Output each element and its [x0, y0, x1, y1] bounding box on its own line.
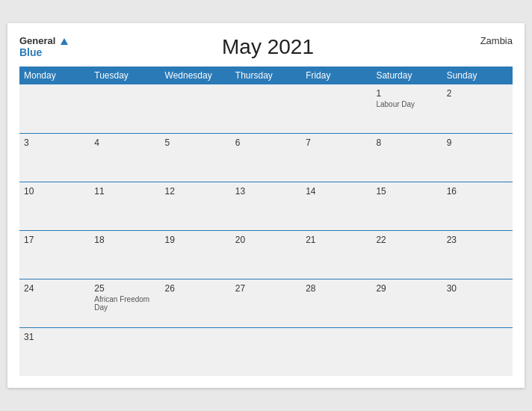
- calendar-cell: 29: [371, 279, 442, 327]
- calendar-cell: 12: [161, 182, 231, 230]
- day-number: 8: [376, 137, 437, 148]
- weekday-header-thursday: Thursday: [231, 67, 301, 84]
- week-row-1: 3456789: [19, 133, 513, 182]
- holiday-label: Labour Day: [376, 100, 437, 108]
- week-row-3: 17181920212223: [19, 230, 513, 279]
- calendar-cell: 18: [90, 230, 160, 279]
- calendar-cell: [231, 327, 301, 376]
- calendar-cell: [90, 327, 160, 376]
- day-number: 14: [306, 186, 367, 197]
- day-number: 22: [376, 235, 437, 245]
- weekday-header-row: MondayTuesdayWednesdayThursdayFridaySatu…: [19, 67, 513, 84]
- calendar-cell: [19, 84, 90, 133]
- calendar-title: May 2021: [68, 35, 468, 59]
- holiday-label: African Freedom Day: [94, 295, 155, 312]
- day-number: 11: [94, 186, 155, 197]
- day-number: 28: [306, 283, 367, 294]
- calendar-cell: 15: [371, 182, 442, 230]
- day-number: 5: [165, 137, 226, 148]
- calendar-cell: 24: [19, 279, 90, 327]
- day-number: 10: [24, 186, 85, 197]
- day-number: 17: [24, 235, 85, 245]
- calendar-cell: 10: [19, 182, 90, 230]
- calendar-cell: [90, 84, 160, 133]
- day-number: 27: [235, 283, 297, 294]
- calendar-cell: 28: [301, 279, 371, 327]
- calendar-cell: 14: [301, 182, 371, 230]
- day-number: 30: [447, 283, 508, 294]
- day-number: 31: [24, 332, 85, 342]
- calendar-cell: 6: [231, 133, 301, 182]
- calendar-cell: 26: [161, 279, 231, 327]
- day-number: 19: [165, 235, 226, 245]
- calendar-cell: 21: [301, 230, 371, 279]
- day-number: 23: [447, 235, 508, 245]
- calendar-cell: [371, 327, 442, 376]
- calendar-cell: 5: [161, 133, 231, 182]
- calendar-cell: 17: [19, 230, 90, 279]
- week-row-4: 2425African Freedom Day2627282930: [19, 279, 513, 327]
- day-number: 21: [306, 235, 367, 245]
- day-number: 25: [94, 283, 155, 294]
- calendar-cell: [442, 327, 513, 376]
- calendar-cell: 31: [19, 327, 90, 376]
- day-number: 3: [24, 137, 85, 148]
- calendar-cell: 4: [90, 133, 160, 182]
- calendar-cell: [231, 84, 301, 133]
- calendar-cell: 16: [442, 182, 513, 230]
- day-number: 4: [94, 137, 155, 148]
- weekday-header-sunday: Sunday: [442, 67, 513, 84]
- logo-general-text: General: [19, 35, 68, 47]
- day-number: 1: [376, 88, 437, 99]
- weekday-header-monday: Monday: [19, 67, 90, 84]
- day-number: 12: [165, 186, 226, 197]
- day-number: 6: [235, 137, 297, 148]
- day-number: 16: [447, 186, 508, 197]
- week-row-2: 10111213141516: [19, 182, 513, 230]
- calendar-thead: MondayTuesdayWednesdayThursdayFridaySatu…: [19, 67, 513, 84]
- calendar-cell: [161, 327, 231, 376]
- week-row-5: 31: [19, 327, 513, 376]
- day-number: 7: [306, 137, 367, 148]
- calendar-cell: 27: [231, 279, 301, 327]
- calendar-cell: 30: [442, 279, 513, 327]
- calendar-cell: 11: [90, 182, 160, 230]
- weekday-header-saturday: Saturday: [371, 67, 442, 84]
- calendar-cell: 9: [442, 133, 513, 182]
- logo-triangle-icon: [61, 38, 68, 45]
- calendar-cell: 7: [301, 133, 371, 182]
- calendar-country: Zambia: [468, 35, 513, 46]
- calendar-cell: 20: [231, 230, 301, 279]
- calendar-cell: [301, 327, 371, 376]
- day-number: 20: [235, 235, 297, 245]
- calendar-cell: 3: [19, 133, 90, 182]
- day-number: 13: [235, 186, 297, 197]
- logo-blue-text: Blue: [19, 46, 68, 59]
- day-number: 9: [447, 137, 508, 148]
- day-number: 18: [94, 235, 155, 245]
- calendar-tbody: 1Labour Day23456789101112131415161718192…: [19, 84, 513, 376]
- calendar-cell: 2: [442, 84, 513, 133]
- calendar-cell: [161, 84, 231, 133]
- day-number: 26: [165, 283, 226, 294]
- calendar: General Blue May 2021 Zambia MondayTuesd…: [7, 23, 525, 388]
- weekday-header-tuesday: Tuesday: [90, 67, 160, 84]
- week-row-0: 1Labour Day2: [19, 84, 513, 133]
- calendar-cell: [301, 84, 371, 133]
- calendar-cell: 19: [161, 230, 231, 279]
- day-number: 15: [376, 186, 437, 197]
- calendar-cell: 25African Freedom Day: [90, 279, 160, 327]
- day-number: 2: [447, 88, 508, 99]
- day-number: 29: [376, 283, 437, 294]
- calendar-cell: 13: [231, 182, 301, 230]
- weekday-header-wednesday: Wednesday: [161, 67, 231, 84]
- calendar-header: General Blue May 2021 Zambia: [19, 35, 513, 59]
- day-number: 24: [24, 283, 85, 294]
- calendar-cell: 8: [371, 133, 442, 182]
- weekday-header-friday: Friday: [301, 67, 371, 84]
- calendar-cell: 1Labour Day: [371, 84, 442, 133]
- logo: General Blue: [19, 35, 68, 59]
- calendar-cell: 23: [442, 230, 513, 279]
- calendar-grid: MondayTuesdayWednesdayThursdayFridaySatu…: [19, 67, 513, 376]
- calendar-cell: 22: [371, 230, 442, 279]
